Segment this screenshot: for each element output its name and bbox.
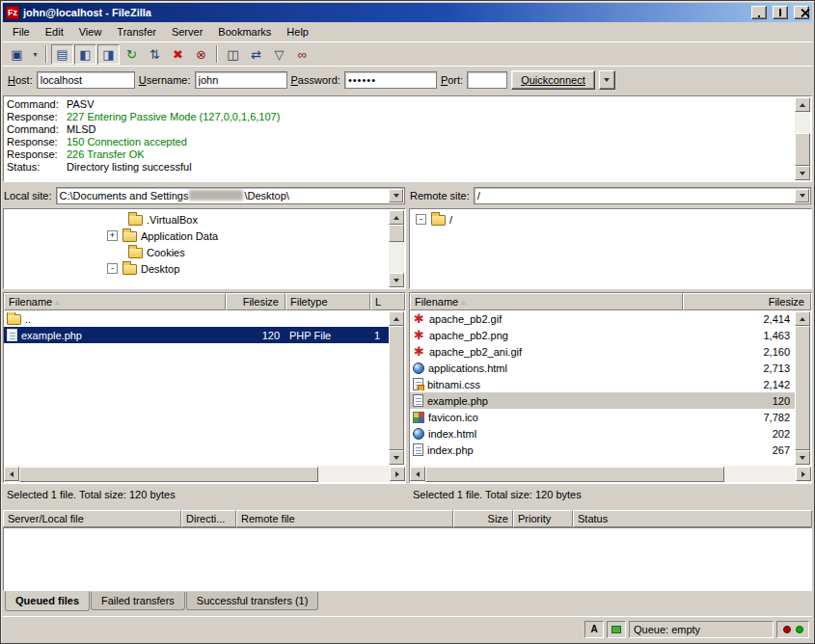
tab-successful-transfers[interactable]: Successful transfers (1) [186, 592, 319, 610]
column-header-filesize[interactable]: Filesize [226, 293, 285, 310]
chevron-down-icon [800, 194, 805, 198]
local-path-combobox[interactable]: C:\Documents and Settings\Desktop\ [56, 187, 405, 204]
close-button[interactable] [794, 6, 809, 19]
scroll-down-button[interactable] [389, 450, 404, 465]
password-input[interactable] [344, 71, 437, 89]
list-item-selected[interactable]: example.php120 [410, 392, 796, 409]
scroll-down-button[interactable] [795, 166, 810, 180]
sort-ascending-icon: ▵ [55, 298, 59, 307]
disconnect-button[interactable]: ⊗ [190, 44, 212, 65]
synchronized-browsing-button[interactable]: ⇄ [245, 44, 267, 65]
scroll-thumb[interactable] [425, 467, 724, 482]
remote-horizontal-scrollbar[interactable] [410, 466, 811, 482]
local-list-scrollbar[interactable] [389, 311, 404, 465]
tree-item[interactable]: +Application Data [4, 228, 388, 244]
menu-help[interactable]: Help [279, 24, 316, 40]
column-header-remote-file[interactable]: Remote file [236, 510, 453, 527]
list-item[interactable]: apache_pb2_ani.gif2,160 [410, 343, 796, 360]
scroll-up-button[interactable] [389, 210, 404, 225]
column-header-status[interactable]: Status [573, 510, 812, 527]
list-item[interactable]: bitnami.css2,142 [410, 376, 796, 392]
local-path-dropdown-button[interactable] [389, 189, 403, 202]
column-header-lastmodified[interactable]: L [370, 293, 405, 310]
maximize-button[interactable] [773, 6, 788, 19]
remote-path-combobox[interactable]: / [474, 187, 811, 204]
port-input[interactable] [467, 71, 507, 89]
site-manager-button[interactable]: ▣ [6, 44, 28, 65]
column-header-filename[interactable]: Filename▵ [410, 293, 683, 310]
quickconnect-button[interactable]: Quickconnect [511, 70, 595, 90]
list-item[interactable]: applications.html2,713 [410, 360, 796, 376]
list-item[interactable]: index.php267 [410, 442, 796, 458]
scroll-left-button[interactable] [410, 467, 425, 481]
column-header-server-local-file[interactable]: Server/Local file [3, 510, 181, 527]
tab-failed-transfers[interactable]: Failed transfers [91, 592, 185, 610]
arrow-up-icon [394, 317, 399, 321]
list-item[interactable]: favicon.ico7,782 [410, 409, 796, 425]
menu-server[interactable]: Server [164, 24, 210, 40]
remote-list-scrollbar[interactable] [795, 311, 810, 465]
tab-queued-files[interactable]: Queued files [5, 591, 90, 611]
scroll-thumb[interactable] [389, 225, 404, 242]
list-item-selected[interactable]: example.php 120 PHP File 1 [4, 327, 390, 343]
find-files-button[interactable]: ∞ [291, 44, 313, 65]
tree-item[interactable]: .VirtualBox [4, 211, 388, 228]
scroll-right-button[interactable] [390, 467, 405, 481]
menu-edit[interactable]: Edit [38, 24, 71, 40]
scroll-up-button[interactable] [795, 311, 810, 326]
log-scrollbar[interactable] [795, 97, 810, 180]
site-manager-dropdown-button[interactable]: ▾ [29, 44, 41, 65]
process-queue-button[interactable]: ⇅ [144, 44, 166, 65]
username-input[interactable] [195, 71, 287, 89]
column-header-filetype[interactable]: Filetype [285, 293, 370, 310]
expander-icon[interactable]: + [107, 230, 118, 241]
scroll-down-button[interactable] [795, 450, 810, 465]
scroll-thumb[interactable] [795, 326, 810, 450]
toggle-remote-tree-button[interactable]: ◨ [97, 44, 120, 65]
scroll-left-button[interactable] [4, 467, 19, 481]
tree-item[interactable]: -/ [410, 211, 794, 228]
list-item-parent-dir[interactable]: .. [4, 310, 390, 327]
cancel-button[interactable]: ✖ [167, 44, 189, 65]
list-item[interactable]: index.html202 [410, 425, 796, 442]
column-header-priority[interactable]: Priority [513, 510, 573, 527]
queue-status-box: Queue: empty [629, 621, 774, 638]
list-item[interactable]: apache_pb2.png1,463 [410, 327, 796, 343]
scroll-right-button[interactable] [796, 467, 811, 481]
menu-transfer[interactable]: Transfer [109, 24, 164, 40]
scroll-up-button[interactable] [795, 97, 810, 112]
tree-item[interactable]: -Desktop [4, 260, 388, 277]
file-size: 267 [683, 444, 796, 456]
remote-path-dropdown-button[interactable] [795, 189, 809, 202]
column-header-direction[interactable]: Directi... [181, 510, 236, 527]
refresh-button[interactable]: ↻ [121, 44, 143, 65]
scroll-down-button[interactable] [389, 273, 404, 287]
scroll-thumb[interactable] [19, 467, 318, 482]
toggle-local-tree-button[interactable]: ◧ [74, 44, 96, 65]
tree-item[interactable]: Cookies [4, 244, 388, 260]
column-header-filename[interactable]: Filename▵ [4, 293, 226, 310]
transfer-type-indicator[interactable]: A [584, 621, 604, 638]
queue-list[interactable] [3, 527, 812, 591]
local-tree-icon: ◧ [79, 48, 91, 61]
menu-view[interactable]: View [71, 24, 110, 40]
menu-bookmarks[interactable]: Bookmarks [210, 24, 279, 40]
expander-icon[interactable]: - [107, 263, 118, 274]
directory-filter-button[interactable]: ▽ [268, 44, 290, 65]
scroll-up-button[interactable] [389, 311, 404, 326]
connection-indicator[interactable] [607, 621, 626, 638]
menu-file[interactable]: File [5, 24, 38, 40]
local-horizontal-scrollbar[interactable] [4, 466, 405, 482]
column-header-filesize[interactable]: Filesize [683, 293, 811, 310]
column-header-size[interactable]: Size [453, 510, 513, 527]
quickconnect-dropdown-button[interactable] [599, 70, 615, 90]
scroll-thumb[interactable] [795, 133, 810, 166]
toggle-message-log-button[interactable]: ▤ [51, 44, 73, 65]
minimize-button[interactable] [751, 6, 767, 19]
compare-directories-button[interactable]: ◫ [222, 44, 244, 65]
host-input[interactable] [37, 71, 135, 89]
scroll-thumb[interactable] [389, 326, 404, 450]
local-tree-scrollbar[interactable] [389, 210, 404, 287]
list-item[interactable]: apache_pb2.gif2,414 [410, 310, 796, 327]
expander-icon[interactable]: - [416, 214, 426, 225]
